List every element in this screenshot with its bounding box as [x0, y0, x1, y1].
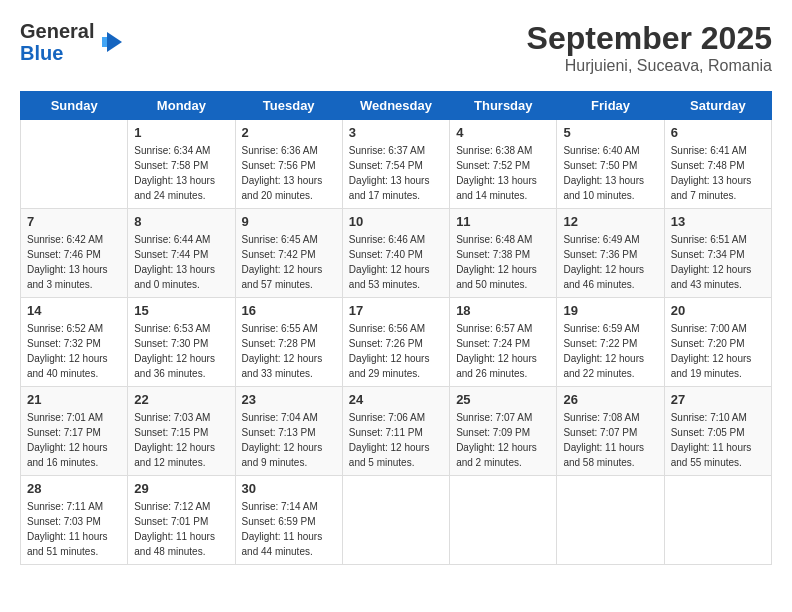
day-number: 2: [242, 125, 336, 140]
week-row-1: 7Sunrise: 6:42 AM Sunset: 7:46 PM Daylig…: [21, 209, 772, 298]
calendar-cell: 23Sunrise: 7:04 AM Sunset: 7:13 PM Dayli…: [235, 387, 342, 476]
day-info: Sunrise: 6:55 AM Sunset: 7:28 PM Dayligh…: [242, 321, 336, 381]
day-info: Sunrise: 7:04 AM Sunset: 7:13 PM Dayligh…: [242, 410, 336, 470]
day-info: Sunrise: 6:34 AM Sunset: 7:58 PM Dayligh…: [134, 143, 228, 203]
day-number: 6: [671, 125, 765, 140]
day-info: Sunrise: 6:38 AM Sunset: 7:52 PM Dayligh…: [456, 143, 550, 203]
calendar-cell: 19Sunrise: 6:59 AM Sunset: 7:22 PM Dayli…: [557, 298, 664, 387]
day-number: 4: [456, 125, 550, 140]
calendar-cell: 24Sunrise: 7:06 AM Sunset: 7:11 PM Dayli…: [342, 387, 449, 476]
day-info: Sunrise: 6:36 AM Sunset: 7:56 PM Dayligh…: [242, 143, 336, 203]
logo: General Blue: [20, 20, 127, 64]
calendar-header: SundayMondayTuesdayWednesdayThursdayFrid…: [21, 92, 772, 120]
day-info: Sunrise: 6:45 AM Sunset: 7:42 PM Dayligh…: [242, 232, 336, 292]
day-info: Sunrise: 6:56 AM Sunset: 7:26 PM Dayligh…: [349, 321, 443, 381]
calendar-table: SundayMondayTuesdayWednesdayThursdayFrid…: [20, 91, 772, 565]
header-day-monday: Monday: [128, 92, 235, 120]
day-number: 27: [671, 392, 765, 407]
calendar-cell: 14Sunrise: 6:52 AM Sunset: 7:32 PM Dayli…: [21, 298, 128, 387]
week-row-3: 21Sunrise: 7:01 AM Sunset: 7:17 PM Dayli…: [21, 387, 772, 476]
calendar-cell: [557, 476, 664, 565]
day-number: 12: [563, 214, 657, 229]
svg-rect-1: [102, 37, 107, 47]
day-info: Sunrise: 7:08 AM Sunset: 7:07 PM Dayligh…: [563, 410, 657, 470]
day-number: 25: [456, 392, 550, 407]
header-day-thursday: Thursday: [450, 92, 557, 120]
day-info: Sunrise: 7:14 AM Sunset: 6:59 PM Dayligh…: [242, 499, 336, 559]
day-info: Sunrise: 6:53 AM Sunset: 7:30 PM Dayligh…: [134, 321, 228, 381]
day-info: Sunrise: 7:00 AM Sunset: 7:20 PM Dayligh…: [671, 321, 765, 381]
day-info: Sunrise: 6:51 AM Sunset: 7:34 PM Dayligh…: [671, 232, 765, 292]
day-number: 26: [563, 392, 657, 407]
calendar-cell: 25Sunrise: 7:07 AM Sunset: 7:09 PM Dayli…: [450, 387, 557, 476]
calendar-cell: 15Sunrise: 6:53 AM Sunset: 7:30 PM Dayli…: [128, 298, 235, 387]
day-number: 19: [563, 303, 657, 318]
day-info: Sunrise: 7:06 AM Sunset: 7:11 PM Dayligh…: [349, 410, 443, 470]
header-day-saturday: Saturday: [664, 92, 771, 120]
calendar-cell: 5Sunrise: 6:40 AM Sunset: 7:50 PM Daylig…: [557, 120, 664, 209]
day-info: Sunrise: 6:41 AM Sunset: 7:48 PM Dayligh…: [671, 143, 765, 203]
week-row-2: 14Sunrise: 6:52 AM Sunset: 7:32 PM Dayli…: [21, 298, 772, 387]
calendar-cell: [664, 476, 771, 565]
day-number: 24: [349, 392, 443, 407]
calendar-cell: [21, 120, 128, 209]
day-number: 13: [671, 214, 765, 229]
title-area: September 2025 Hurjuieni, Suceava, Roman…: [527, 20, 772, 75]
svg-marker-0: [107, 32, 122, 52]
location-title: Hurjuieni, Suceava, Romania: [527, 57, 772, 75]
calendar-cell: 22Sunrise: 7:03 AM Sunset: 7:15 PM Dayli…: [128, 387, 235, 476]
day-info: Sunrise: 6:52 AM Sunset: 7:32 PM Dayligh…: [27, 321, 121, 381]
calendar-cell: 1Sunrise: 6:34 AM Sunset: 7:58 PM Daylig…: [128, 120, 235, 209]
day-number: 1: [134, 125, 228, 140]
calendar-cell: 7Sunrise: 6:42 AM Sunset: 7:46 PM Daylig…: [21, 209, 128, 298]
calendar-cell: 2Sunrise: 6:36 AM Sunset: 7:56 PM Daylig…: [235, 120, 342, 209]
calendar-cell: 21Sunrise: 7:01 AM Sunset: 7:17 PM Dayli…: [21, 387, 128, 476]
day-number: 9: [242, 214, 336, 229]
calendar-cell: 11Sunrise: 6:48 AM Sunset: 7:38 PM Dayli…: [450, 209, 557, 298]
calendar-cell: 6Sunrise: 6:41 AM Sunset: 7:48 PM Daylig…: [664, 120, 771, 209]
calendar-cell: 27Sunrise: 7:10 AM Sunset: 7:05 PM Dayli…: [664, 387, 771, 476]
calendar-cell: 16Sunrise: 6:55 AM Sunset: 7:28 PM Dayli…: [235, 298, 342, 387]
header-day-friday: Friday: [557, 92, 664, 120]
day-number: 5: [563, 125, 657, 140]
day-info: Sunrise: 6:46 AM Sunset: 7:40 PM Dayligh…: [349, 232, 443, 292]
header-day-wednesday: Wednesday: [342, 92, 449, 120]
calendar-cell: 29Sunrise: 7:12 AM Sunset: 7:01 PM Dayli…: [128, 476, 235, 565]
day-number: 8: [134, 214, 228, 229]
day-info: Sunrise: 6:59 AM Sunset: 7:22 PM Dayligh…: [563, 321, 657, 381]
calendar-cell: 10Sunrise: 6:46 AM Sunset: 7:40 PM Dayli…: [342, 209, 449, 298]
day-number: 17: [349, 303, 443, 318]
day-number: 28: [27, 481, 121, 496]
day-info: Sunrise: 6:42 AM Sunset: 7:46 PM Dayligh…: [27, 232, 121, 292]
day-info: Sunrise: 7:07 AM Sunset: 7:09 PM Dayligh…: [456, 410, 550, 470]
day-number: 29: [134, 481, 228, 496]
day-number: 14: [27, 303, 121, 318]
day-info: Sunrise: 6:57 AM Sunset: 7:24 PM Dayligh…: [456, 321, 550, 381]
logo-icon: [97, 27, 127, 57]
logo-blue: Blue: [20, 42, 94, 64]
calendar-body: 1Sunrise: 6:34 AM Sunset: 7:58 PM Daylig…: [21, 120, 772, 565]
day-info: Sunrise: 7:01 AM Sunset: 7:17 PM Dayligh…: [27, 410, 121, 470]
calendar-cell: 4Sunrise: 6:38 AM Sunset: 7:52 PM Daylig…: [450, 120, 557, 209]
day-info: Sunrise: 7:12 AM Sunset: 7:01 PM Dayligh…: [134, 499, 228, 559]
day-number: 30: [242, 481, 336, 496]
day-number: 10: [349, 214, 443, 229]
month-title: September 2025: [527, 20, 772, 57]
day-number: 3: [349, 125, 443, 140]
calendar-cell: 26Sunrise: 7:08 AM Sunset: 7:07 PM Dayli…: [557, 387, 664, 476]
header-row: SundayMondayTuesdayWednesdayThursdayFrid…: [21, 92, 772, 120]
calendar-cell: 8Sunrise: 6:44 AM Sunset: 7:44 PM Daylig…: [128, 209, 235, 298]
day-number: 7: [27, 214, 121, 229]
header-day-tuesday: Tuesday: [235, 92, 342, 120]
calendar-cell: 18Sunrise: 6:57 AM Sunset: 7:24 PM Dayli…: [450, 298, 557, 387]
calendar-cell: 17Sunrise: 6:56 AM Sunset: 7:26 PM Dayli…: [342, 298, 449, 387]
day-number: 20: [671, 303, 765, 318]
day-info: Sunrise: 6:37 AM Sunset: 7:54 PM Dayligh…: [349, 143, 443, 203]
header: General Blue September 2025 Hurjuieni, S…: [20, 20, 772, 75]
calendar-cell: [450, 476, 557, 565]
day-info: Sunrise: 7:11 AM Sunset: 7:03 PM Dayligh…: [27, 499, 121, 559]
day-number: 16: [242, 303, 336, 318]
calendar-cell: 13Sunrise: 6:51 AM Sunset: 7:34 PM Dayli…: [664, 209, 771, 298]
week-row-4: 28Sunrise: 7:11 AM Sunset: 7:03 PM Dayli…: [21, 476, 772, 565]
calendar-cell: 30Sunrise: 7:14 AM Sunset: 6:59 PM Dayli…: [235, 476, 342, 565]
